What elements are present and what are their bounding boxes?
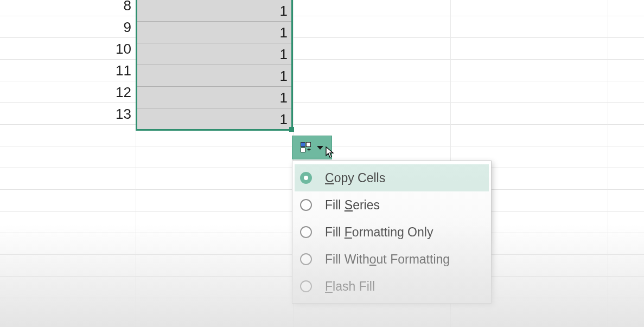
menu-item-label: Fill Series: [325, 198, 380, 213]
menu-item-fill-without-formatting[interactable]: Fill Without Formatting: [295, 246, 489, 273]
selected-range[interactable]: 1 1 1 1 1 1: [136, 0, 293, 130]
radio-icon: [300, 280, 312, 292]
menu-item-label: Flash Fill: [325, 279, 375, 294]
cell[interactable]: 1: [136, 0, 293, 22]
menu-item-fill-series[interactable]: Fill Series: [295, 191, 489, 219]
menu-item-flash-fill[interactable]: Flash Fill: [295, 273, 489, 300]
autofill-options-icon: +: [301, 142, 313, 153]
autofill-options-button[interactable]: +: [292, 136, 332, 159]
cell[interactable]: 1: [136, 108, 293, 130]
menu-item-fill-formatting-only[interactable]: Fill Formatting Only: [295, 219, 489, 246]
gridline: [608, 0, 608, 327]
radio-selected-icon: [300, 172, 312, 184]
chevron-down-icon: [317, 146, 323, 150]
row-number: 9: [0, 16, 135, 38]
row-number: 10: [0, 38, 135, 60]
cell[interactable]: 1: [136, 87, 293, 108]
cell[interactable]: 1: [136, 43, 293, 65]
cell[interactable]: 1: [136, 65, 293, 87]
row-number: 13: [0, 103, 135, 125]
radio-icon: [300, 199, 312, 211]
row-number: 11: [0, 60, 135, 81]
radio-icon: [300, 253, 312, 265]
menu-item-copy-cells[interactable]: Copy Cells: [295, 164, 489, 191]
cell[interactable]: 1: [136, 22, 293, 43]
row-number: 12: [0, 81, 135, 103]
menu-item-label: Fill Formatting Only: [325, 225, 433, 240]
autofill-options-menu: Copy Cells Fill Series Fill Formatting O…: [292, 161, 492, 304]
menu-item-label: Copy Cells: [325, 171, 385, 185]
row-number: 8: [0, 0, 135, 16]
radio-icon: [300, 226, 312, 238]
menu-item-label: Fill Without Formatting: [325, 252, 450, 267]
